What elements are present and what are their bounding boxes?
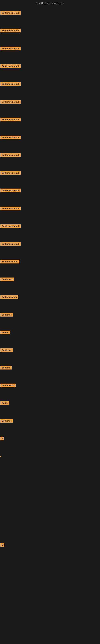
bottleneck-badge[interactable]: Bottleneck result	[0, 100, 21, 104]
bottleneck-badge[interactable]: Bottleneck result	[0, 47, 21, 50]
bottleneck-badge[interactable]: Bottler	[0, 331, 10, 334]
bottleneck-item: Bottleneck res	[0, 295, 18, 300]
bottleneck-item: Bottleneck result	[0, 207, 21, 211]
bottleneck-badge[interactable]: Bottlene	[0, 366, 12, 370]
bottleneck-item: Bottleneck result	[0, 11, 21, 16]
bottleneck-badge[interactable]: Bottleneck result	[0, 64, 21, 68]
bottleneck-item: Bottlenec	[0, 348, 13, 353]
bottleneck-item: Bottleneck result	[0, 100, 21, 104]
bottleneck-badge[interactable]: Bottleneck result	[0, 118, 21, 121]
bottleneck-badge[interactable]: Bottleneck res	[0, 295, 18, 299]
bottleneck-item: Bottleneck r	[0, 384, 16, 388]
bottleneck-badge[interactable]: Bottleneck result	[0, 82, 21, 86]
bottleneck-item: Bo	[0, 543, 4, 548]
bottleneck-item: Bottleneck result	[0, 118, 21, 122]
bottleneck-badge[interactable]: Bottleneck r	[0, 384, 16, 387]
bottleneck-item: Bottleneck result	[0, 82, 21, 86]
bottleneck-badge[interactable]: Bottleneck result	[0, 242, 21, 246]
bottleneck-badge[interactable]: Bottleneck resu	[0, 260, 19, 264]
bottleneck-item: Bottleneck result	[0, 47, 21, 51]
bottleneck-item: Bottleneck result	[0, 188, 21, 193]
bottleneck-badge[interactable]: Bottleneck result	[0, 136, 21, 139]
bottleneck-badge[interactable]: Bottleneck result	[0, 29, 21, 32]
bottleneck-item	[0, 454, 1, 458]
bottleneck-item: Bottleneck result	[0, 224, 21, 229]
bottleneck-badge[interactable]: Bottlenec	[0, 313, 13, 316]
bottleneck-badge[interactable]: Bottleneck result	[0, 153, 21, 157]
site-header: TheBottlenecker.com	[0, 0, 100, 6]
bottleneck-item: Bottleneck	[0, 278, 14, 282]
bottleneck-badge[interactable]: Bottleneck result	[0, 207, 21, 210]
bottleneck-badge[interactable]: Bottleneck	[0, 278, 14, 281]
bottleneck-item: Bottleneck result	[0, 136, 21, 140]
bottleneck-item: Bottleneck result	[0, 64, 21, 69]
bottleneck-badge[interactable]: Bottleneck result	[0, 171, 21, 175]
bottleneck-badge	[0, 456, 1, 457]
bottleneck-item: Bottlenec	[0, 313, 13, 317]
bottleneck-item: Bottleneck result	[0, 242, 21, 246]
bottleneck-badge[interactable]: Bottleneck result	[0, 11, 21, 15]
bottleneck-badge[interactable]: Bottle	[0, 401, 9, 405]
bottleneck-item: Bottlene	[0, 366, 12, 370]
bottleneck-item: Bottleneck result	[0, 29, 21, 33]
items-container: Bottleneck resultBottleneck resultBottle…	[0, 6, 100, 644]
bottleneck-badge[interactable]: B	[0, 437, 3, 440]
bottleneck-badge[interactable]: Bottleneck result	[0, 224, 21, 228]
bottleneck-badge[interactable]: Bottleneck result	[0, 188, 21, 192]
site-title: TheBottlenecker.com	[0, 0, 100, 6]
bottleneck-item: Bottleneck result	[0, 171, 21, 176]
bottleneck-item: Bottler	[0, 331, 10, 335]
bottleneck-badge[interactable]: Bottlenec	[0, 348, 13, 352]
bottleneck-badge[interactable]: Bo	[0, 543, 4, 546]
bottleneck-item: Bottleneck result	[0, 153, 21, 158]
bottleneck-badge[interactable]: Bottlenec	[0, 419, 13, 422]
bottleneck-item: Bottleneck resu	[0, 260, 19, 264]
bottleneck-item: Bottle	[0, 401, 9, 406]
bottleneck-item: Bottlenec	[0, 419, 13, 424]
bottleneck-item: B	[0, 437, 3, 441]
